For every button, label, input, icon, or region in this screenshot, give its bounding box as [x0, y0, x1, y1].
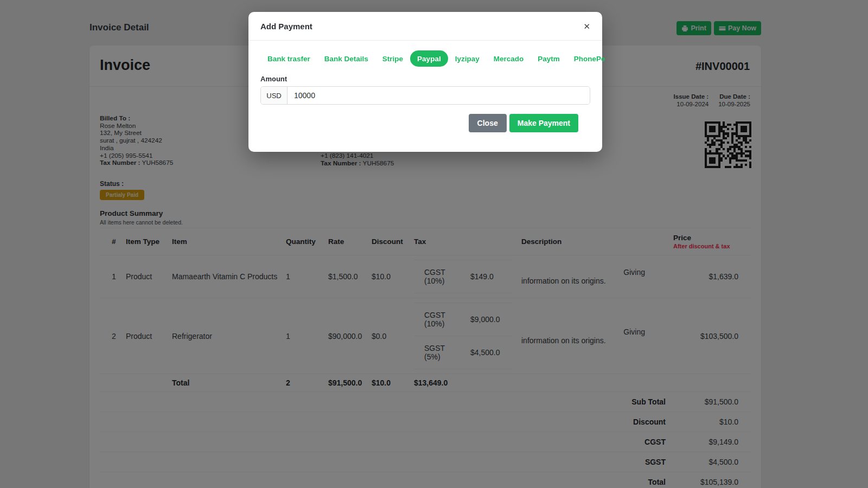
modal-header: Add Payment ✕ [248, 12, 602, 41]
amount-input[interactable] [288, 87, 590, 104]
close-button[interactable]: Close [469, 114, 507, 132]
make-payment-button[interactable]: Make Payment [509, 114, 578, 132]
payment-method-tabs: Bank trasfer Bank Details Stripe Paypal … [260, 50, 590, 67]
tab-phonepe[interactable]: PhonePe [567, 50, 612, 67]
modal-title: Add Payment [260, 22, 312, 31]
tab-iyzipay[interactable]: Iyzipay [448, 50, 487, 67]
tab-paytm[interactable]: Paytm [531, 50, 567, 67]
tab-stripe[interactable]: Stripe [375, 50, 410, 67]
modal-footer: Close Make Payment [260, 105, 590, 132]
tab-paypal[interactable]: Paypal [410, 50, 448, 67]
add-payment-modal: Add Payment ✕ Bank trasfer Bank Details … [248, 12, 602, 152]
currency-addon: USD [261, 87, 288, 104]
amount-input-group: USD [260, 86, 590, 105]
close-icon[interactable]: ✕ [583, 22, 590, 30]
tab-bank-details[interactable]: Bank Details [317, 50, 375, 67]
tab-mercado[interactable]: Mercado [487, 50, 531, 67]
tab-bank-transfer[interactable]: Bank trasfer [260, 50, 317, 67]
amount-label: Amount [260, 75, 590, 83]
modal-body: Bank trasfer Bank Details Stripe Paypal … [248, 41, 602, 132]
